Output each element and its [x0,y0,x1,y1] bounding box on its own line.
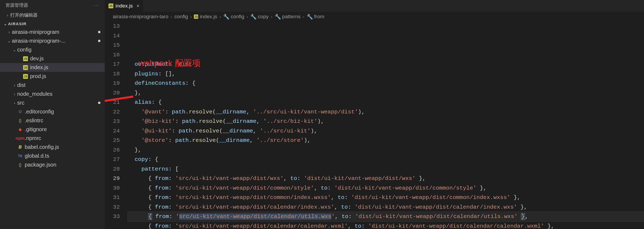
breadcrumb-segment[interactable]: airasia-miniprogram-taro [113,14,168,20]
code-line[interactable]: { from: 'src/ui-kit/vant-weapp/dist/wxs'… [128,174,644,183]
file-item[interactable]: JSprod.js [0,72,105,81]
file-item[interactable]: Bbabel.config.js [0,143,105,152]
code-line[interactable]: { from: 'src/ui-kit/vant-weapp/dist/comm… [128,193,644,202]
wrench-icon: 🔧 [250,14,257,20]
folder-item[interactable]: ›airasia-miniprogram [0,28,105,36]
code-line[interactable]: alias: { [128,98,644,107]
code-line[interactable]: }, [128,88,644,98]
tree-item-label: babel.config.js [25,144,59,150]
modified-indicator [98,31,100,33]
js-file-icon: JS [23,65,28,70]
line-number: 14 [105,31,120,41]
code-line[interactable]: '@ui-kit': path.resolve(__dirname, '../s… [128,126,644,136]
file-item[interactable]: ◆.gitignore [0,125,105,134]
line-number: 20 [105,88,120,98]
folder-item[interactable]: ›dist [0,81,105,90]
line-number: 32 [105,202,120,212]
code-line[interactable]: { from: 'src/ui-kit/vant-weapp/dist/comm… [128,183,644,193]
gear-icon: ⚙ [18,109,22,114]
file-item[interactable]: npm.npmrc [0,134,105,143]
breadcrumb-segment[interactable]: 🔧config [223,14,244,20]
code-line[interactable]: }, [128,145,644,155]
chevron-icon: ⌄ [12,48,17,52]
tree-item-label: src [17,100,24,106]
folder-item[interactable]: ›src [0,98,105,107]
chevron-right-icon: › [5,13,10,17]
file-item[interactable]: {}.eslintrc [0,116,105,125]
file-item[interactable]: JSdev.js [0,54,105,63]
tree-item-label: prod.js [30,73,46,79]
code-line[interactable]: { from: 'src/ui-kit/vant-weapp/dist/cale… [128,221,644,229]
line-number: 15 [105,40,120,50]
opened-editors-section[interactable]: › 打开的编辑器 [0,10,105,20]
code-line[interactable]: patterns: [ [128,164,644,174]
tree-item-label: airasia-miniprogram-... [12,38,66,44]
close-tab-icon[interactable]: × [136,3,139,9]
code-line[interactable]: plugins: [], [128,69,644,79]
breadcrumb-separator-icon: › [271,14,272,20]
json-file-icon: {} [19,163,21,167]
chevron-down-icon: ⌄ [3,22,8,26]
line-number: 30 [105,183,120,193]
breadcrumb-separator-icon: › [190,14,192,20]
breadcrumb-separator-icon: › [219,14,221,20]
git-icon: ◆ [19,127,22,132]
wrench-icon: 🔧 [223,14,230,20]
file-item[interactable]: JSindex.js [0,63,105,72]
explorer-sidebar: 资源管理器 ··· › 打开的编辑器 ⌄ AIRASIR ›airasia-mi… [0,0,105,229]
breadcrumb-segment[interactable]: 🔧from [307,14,324,20]
line-number: 13 [105,21,120,31]
breadcrumb-segment[interactable]: 🔧copy [250,14,269,20]
chevron-icon: ⌄ [7,39,11,43]
folder-item[interactable]: ›node_modules [0,90,105,98]
code-line[interactable]: outputRoot: 'dist', [128,60,644,69]
tree-item-label: dist [17,82,26,88]
tree-item-label: global.d.ts [25,153,49,159]
folder-item[interactable]: ⌄airasia-miniprogram-... [0,36,105,45]
explorer-header: 资源管理器 ··· [0,0,105,10]
code-editor[interactable]: 1314151617181920212223242526272829303132… [105,21,644,229]
line-number: 24 [105,126,120,136]
breadcrumb-segment[interactable]: JSindex.js [194,14,217,20]
modified-indicator [98,40,100,42]
file-item[interactable]: ⚙.editorconfig [0,107,105,116]
editor-main: JS index.js × airasia-miniprogram-taro›c… [105,0,644,229]
code-line[interactable]: { from: 'src/ui-kit/vant-weapp/dist/cale… [128,202,644,212]
file-item[interactable]: TSglobal.d.ts [0,152,105,160]
code-line[interactable]: defineConstants: { [128,79,644,88]
code-line[interactable]: '@vant': path.resolve(__dirname, '../src… [128,107,644,117]
breadcrumb-segment[interactable]: 🔧patterns [275,14,301,20]
file-item[interactable]: {}package.json [0,160,105,169]
js-file-icon: JS [23,74,28,79]
modified-indicator [98,102,100,104]
tree-item-label: .editorconfig [25,109,54,115]
more-actions-icon[interactable]: ··· [93,2,99,8]
breadcrumb-segment[interactable]: config [174,14,188,20]
ts-file-icon: TS [18,154,22,158]
wrench-icon: 🔧 [275,14,281,20]
line-number: 18 [105,69,120,79]
line-number: 16 [105,50,120,60]
js-file-icon: JS [23,56,28,61]
chevron-icon: › [7,30,11,34]
babel-icon: B [19,145,22,150]
line-number: 28 [105,164,120,174]
tree-item-label: node_modules [17,91,52,97]
line-number: 29 [105,174,120,183]
code-line[interactable]: '@store': path.resolve(__dirname, '../sr… [128,136,644,145]
code-line[interactable]: { from: 'src/ui-kit/vant-weapp/dist/cale… [128,212,644,221]
tab-index-js[interactable]: JS index.js × [105,0,143,12]
folder-item[interactable]: ⌄config [0,45,105,54]
breadcrumb[interactable]: airasia-miniprogram-taro›config›JSindex.… [105,12,644,21]
tree-item-label: dev.js [30,56,44,62]
tree-item-label: index.js [30,64,48,71]
tree-item-label: .npmrc [25,135,41,141]
explorer-title: 资源管理器 [5,2,28,8]
wrench-icon: 🔧 [307,14,313,20]
code-content[interactable]: webpack 配置项 outputRoot: 'dist', plugins:… [128,21,644,229]
code-line[interactable]: copy: { [128,155,644,164]
code-line[interactable]: '@biz-kit': path.resolve(__dirname, '../… [128,117,644,126]
line-number-gutter: 1314151617181920212223242526272829303132… [105,21,128,229]
project-section-header[interactable]: ⌄ AIRASIR [0,20,105,28]
line-number: 23 [105,117,120,126]
